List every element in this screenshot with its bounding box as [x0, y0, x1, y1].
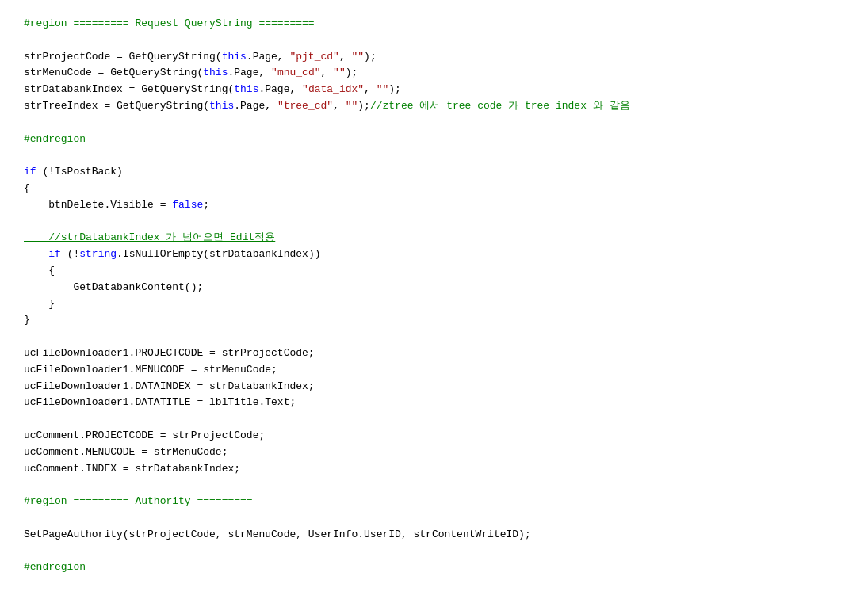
- code-line-18: }: [24, 296, 844, 313]
- code-line-14: //strDatabankIndex 가 넘어오면 Edit적용: [24, 230, 844, 246]
- code-line-empty-5: [24, 329, 844, 345]
- code-line-empty-8: [24, 510, 844, 527]
- code-line-1: #region ========= Request QueryString ==…: [24, 16, 844, 32]
- region-keyword: #region: [24, 17, 67, 29]
- code-line-empty-1: [24, 32, 844, 49]
- code-line-6: strTreeIndex = GetQueryString(this.Page,…: [24, 98, 844, 115]
- code-line-34: #endregion: [24, 559, 844, 576]
- code-line-3: strProjectCode = GetQueryString(this.Pag…: [24, 49, 844, 66]
- code-line-30: #region ========= Authority =========: [24, 494, 844, 510]
- code-line-17: GetDatabankContent();: [24, 280, 844, 296]
- code-line-24: ucFileDownloader1.DATATITLE = lblTitle.T…: [24, 395, 844, 411]
- code-line-4: strMenuCode = GetQueryString(this.Page, …: [24, 65, 844, 82]
- code-line-19: }: [24, 312, 844, 329]
- code-line-32: SetPageAuthority(strProjectCode, strMenu…: [24, 527, 844, 544]
- code-line-5: strDatabankIndex = GetQueryString(this.P…: [24, 82, 844, 98]
- code-line-21: ucFileDownloader1.PROJECTCODE = strProje…: [24, 345, 844, 362]
- code-line-22: ucFileDownloader1.MENUCODE = strMenuCode…: [24, 362, 844, 379]
- code-line-27: ucComment.MENUCODE = strMenuCode;: [24, 445, 844, 461]
- code-line-11: {: [24, 181, 844, 197]
- code-line-empty-4: [24, 214, 844, 231]
- code-line-empty-7: [24, 477, 844, 494]
- code-line-15: if (!string.IsNullOrEmpty(strDatabankInd…: [24, 246, 844, 263]
- code-line-26: ucComment.PROJECTCODE = strProjectCode;: [24, 428, 844, 445]
- code-line-empty-6: [24, 411, 844, 428]
- code-line-empty-2: [24, 115, 844, 132]
- region-sep2: =========: [253, 17, 315, 29]
- code-line-16: {: [24, 263, 844, 280]
- code-line-empty-9: [24, 544, 844, 560]
- code-line-8: #endregion: [24, 132, 844, 148]
- code-line-23: ucFileDownloader1.DATAINDEX = strDataban…: [24, 379, 844, 395]
- code-line-10: if (!IsPostBack): [24, 164, 844, 181]
- code-editor: #region ========= Request QueryString ==…: [0, 0, 868, 603]
- code-line-12: btnDelete.Visible = false;: [24, 197, 844, 214]
- region-sep: =========: [67, 17, 129, 29]
- code-line-28: ucComment.INDEX = strDatabankIndex;: [24, 461, 844, 478]
- region-title: Request QueryString: [129, 17, 253, 29]
- code-line-empty-3: [24, 147, 844, 164]
